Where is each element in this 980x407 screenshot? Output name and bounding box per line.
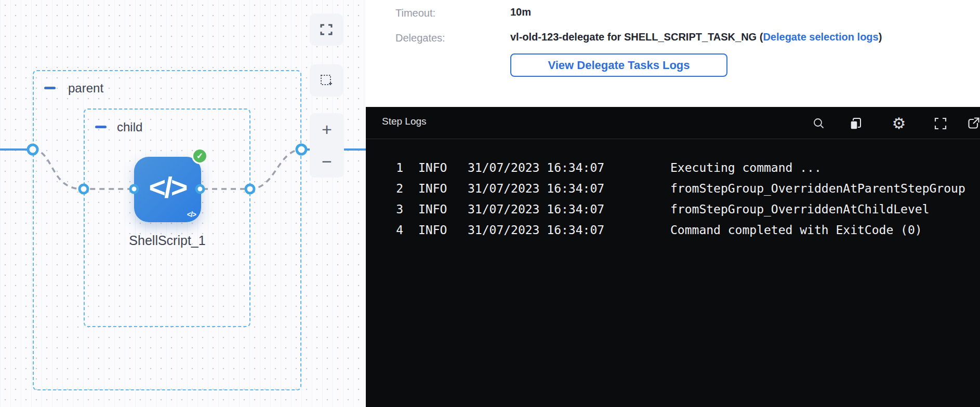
delegate-name: vl-old-123-delegate for SHELL_SCRIPT_TAS… [510,31,763,43]
step-logs-title: Step Logs [382,116,427,127]
search-icon[interactable] [811,116,827,131]
log-level: INFO [403,161,468,174]
log-level: INFO [403,202,468,216]
step-node-label: ShellScript_1 [115,233,219,248]
timeout-value: 10m [510,6,531,18]
flow-line-left [0,148,33,151]
log-message: fromStepGroup_OverriddenAtChildLevel [670,202,980,216]
zoom-out-button[interactable]: − [310,145,344,178]
log-level: INFO [403,223,468,237]
timeout-label: Timeout: [395,7,435,19]
log-line-number: 4 [366,223,403,237]
log-line: 2 INFO 31/07/2023 16:34:07 fromStepGroup… [366,178,980,199]
delegates-label: Delegates: [395,32,445,44]
pipeline-execution-view: parent child </> </> ✓ ShellScript_1 [0,0,980,407]
log-line-number: 2 [366,182,403,195]
minus-icon[interactable] [44,87,56,89]
fullscreen-icon[interactable] [933,116,948,131]
delegates-value: vl-old-123-delegate for SHELL_SCRIPT_TAS… [510,31,882,43]
log-line: 4 INFO 31/07/2023 16:34:07 Command compl… [366,220,980,240]
code-icon: </> [134,157,201,217]
external-link-icon[interactable] [965,116,980,131]
delegate-selection-logs-link[interactable]: Delegate selection logs [763,31,878,43]
log-message: fromStepGroup_OverriddenAtParentStepGrou… [670,182,980,195]
log-line-number: 3 [366,202,403,216]
settings-icon[interactable]: ⚙ [891,116,907,131]
zoom-in-button[interactable]: + [310,113,344,145]
canvas-zoom-panel: + − [310,113,344,178]
child-group-label: child [117,120,142,134]
canvas-fullscreen-button[interactable] [310,13,343,46]
log-line: 3 INFO 31/07/2023 16:34:07 fromStepGroup… [366,199,980,220]
log-timestamp: 31/07/2023 16:34:07 [468,182,670,195]
log-timestamp: 31/07/2023 16:34:07 [468,223,670,237]
copy-icon[interactable] [848,116,864,131]
view-delegate-tasks-logs-button[interactable]: View Delegate Tasks Logs [510,53,727,77]
header-divider [366,139,980,139]
parent-group-label: parent [68,81,103,96]
delegates-value-suffix: ) [879,31,882,43]
step-logs-panel: Step Logs ⚙ [366,107,980,407]
log-line-number: 1 [366,161,403,174]
minus-icon[interactable] [95,126,107,128]
log-message: Command completed with ExitCode (0) [670,223,980,237]
code-icon: </> [187,210,196,219]
log-timestamp: 31/07/2023 16:34:07 [468,202,670,216]
step-logs-header: Step Logs ⚙ [366,107,980,139]
step-node-shellscript[interactable]: </> </> ✓ [134,157,201,222]
log-message: Executing command ... [670,161,980,174]
step-details-panel: Timeout: 10m Delegates: vl-old-123-deleg… [366,0,980,107]
log-lines[interactable]: 1 INFO 31/07/2023 16:34:07 Executing com… [366,157,980,240]
log-line: 1 INFO 31/07/2023 16:34:07 Executing com… [366,157,980,178]
success-badge: ✓ [192,148,208,164]
pipeline-canvas[interactable]: parent child </> </> ✓ ShellScript_1 [0,0,366,407]
fullscreen-icon [320,23,333,36]
canvas-marquee-select-button[interactable] [310,64,343,97]
marquee-select-icon [320,74,333,87]
log-level: INFO [403,182,468,195]
log-timestamp: 31/07/2023 16:34:07 [468,161,670,174]
